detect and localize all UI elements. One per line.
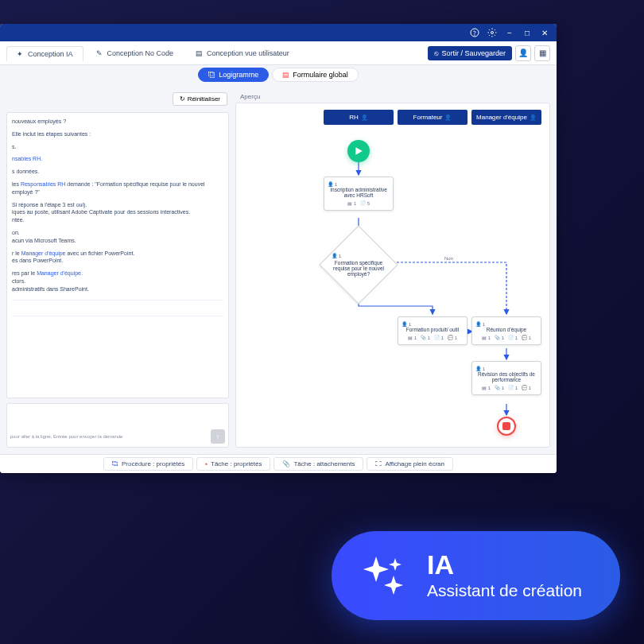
menu-button[interactable]: ▦ [534,45,550,61]
node-title: Inscription administrative avec HRSoft [328,187,390,198]
node-title: Formation produit/ outil [402,327,464,332]
role-link[interactable]: Manager d'équipe [21,250,66,256]
foot-tache-prop[interactable]: ▪Tâche : propriétés [196,457,270,471]
node-reunion[interactable]: 👤 1 Réunion d'équipe ▤ 1📎 1📄 1💬 1 [471,316,541,345]
arrow-up-icon: ↑ [216,433,220,441]
maximize-icon[interactable]: □ [522,27,533,38]
badge-subtitle: Assistant de création [427,581,582,600]
lane-manager: Manager d'équipe👤 [471,110,541,125]
foot-fullscreen[interactable]: ⛶Affichage plein écran [367,457,453,471]
node-revision[interactable]: 👤 1 Révision des objectifs de performanc… [471,361,541,395]
pill-logigramme[interactable]: ⿻ Logigramme [198,68,269,82]
save-label: Sortir / Sauvegarder [441,49,506,57]
attach-icon: 📎 [282,460,290,467]
minimize-icon[interactable]: − [504,27,515,38]
badge-title: IA [427,551,582,578]
input-hint: pour aller à la ligne, Entrée pour envoy… [10,434,122,439]
node-title: Révision des objectifs de performance [475,371,537,382]
node-title: Formation spécifique requise pour le nou… [332,260,386,277]
response-line: s. [12,143,223,151]
menu-icon: ▦ [539,48,546,57]
flow-icon: ⿻ [112,460,118,467]
footer-bar: ⿻Procédure : propriétés ▪Tâche : proprié… [0,454,557,473]
exit-icon: ⎋ [434,49,438,57]
refresh-icon: ↻ [180,95,185,103]
main-toolbar: ✦ Conception IA ✎ Conception No Code ▤ C… [0,41,557,65]
tab-conception-ia[interactable]: ✦ Conception IA [6,46,83,61]
response-line: nouveaux employés ? [12,118,223,126]
tab-label: Conception vue utilisateur [207,49,289,57]
pill-label: Logigramme [219,71,258,79]
start-node[interactable] [347,140,370,162]
chat-input[interactable] [10,407,225,426]
flowchart-canvas[interactable]: RH👤 Formateur👤 Manager d'équipe👤 Non [235,103,550,448]
task-icon: ▪ [205,460,208,467]
app-window: − □ ✕ ✦ Conception IA ✎ Conception No Co… [0,24,557,473]
edge-label-no: Non [443,256,455,261]
expand-icon: ⛶ [375,460,382,467]
node-decision[interactable]: 👤 1 Formation spécifique requise pour le… [320,226,398,305]
subtabs: ⿻ Logigramme ▤ Formulaire global [0,65,557,84]
node-title: Réunion d'équipe [475,327,537,332]
tab-label: Conception No Code [107,49,174,57]
main-area: ↻ Réinitialiser nouveaux employés ? Elle… [0,84,557,454]
gear-icon[interactable] [487,27,498,38]
end-node[interactable] [497,417,516,436]
tab-vue-utilisateur[interactable]: ▤ Conception vue utilisateur [186,46,299,60]
preview-panel: Aperçu RH👤 Formateur👤 Manager d'équipe👤 … [235,91,550,448]
response-line: s données. [12,168,223,176]
flow-arrows [236,103,549,447]
pill-label: Formulaire global [293,71,348,79]
chat-input-area: pour aller à la ligne, Entrée pour envoy… [6,403,229,448]
svg-point-2 [491,32,494,34]
user-button[interactable]: 👤 [515,45,531,61]
tools-icon: ✎ [96,49,104,57]
tab-no-code[interactable]: ✎ Conception No Code [87,46,184,60]
save-button[interactable]: ⎋ Sortir / Sauvegarder [428,46,512,60]
ia-badge: IA Assistant de création [332,531,620,620]
reset-label: Réinitialiser [188,95,220,103]
foot-tache-att[interactable]: 📎Tâche : attachements [274,457,363,471]
preview-label: Aperçu [235,91,550,103]
foot-procedure[interactable]: ⿻Procédure : propriétés [103,457,193,471]
lane-formateur: Formateur👤 [398,110,467,125]
form-icon: ▤ [282,71,289,79]
role-link[interactable]: Manager d'équipe. [37,270,83,276]
reset-button[interactable]: ↻ Réinitialiser [173,92,227,106]
node-formation[interactable]: 👤 1 Formation produit/ outil ▤ 1📎 1📄 1💬 … [398,316,467,345]
ai-response: nouveaux employés ? Elle inclut les étap… [6,112,229,398]
sparkle-icon [357,550,408,601]
chat-panel: ↻ Réinitialiser nouveaux employés ? Elle… [6,91,229,448]
node-inscription[interactable]: 👤 1 Inscription administrative avec HRSo… [324,177,394,211]
role-link[interactable]: nsables RH. [12,156,42,161]
lane-rh: RH👤 [324,110,394,125]
role-link[interactable]: Responsables RH [21,181,65,187]
pill-formulaire[interactable]: ▤ Formulaire global [272,68,359,82]
response-line: Elle inclut les étapes suivantes : [12,130,223,138]
svg-point-1 [475,35,475,36]
help-icon[interactable] [469,27,480,38]
close-icon[interactable]: ✕ [539,27,550,38]
sparkle-icon: ✦ [17,50,25,58]
tab-label: Conception IA [28,50,73,58]
form-icon: ▤ [196,49,204,57]
user-icon: 👤 [518,48,528,57]
titlebar: − □ ✕ [0,24,557,41]
flow-icon: ⿻ [208,71,215,79]
send-button[interactable]: ↑ [211,429,225,444]
